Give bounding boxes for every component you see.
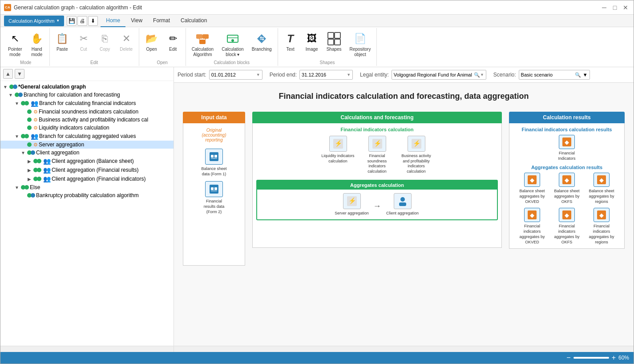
tree-item-bankruptcy[interactable]: Bankruptcy probability calculation algor… xyxy=(0,191,174,199)
ribbon-toolbar: ↖ Pointermode ✋ Handmode Mode 📋 Paste ✂ xyxy=(0,27,634,67)
minimize-button[interactable]: ─ xyxy=(600,3,609,12)
pointer-mode-button[interactable]: ↖ Pointermode xyxy=(5,29,25,59)
save-icon[interactable]: 💾 xyxy=(67,16,77,26)
open-label: Open xyxy=(146,47,157,52)
calculation-block-button[interactable]: Calculationblock ▾ xyxy=(218,29,246,59)
calc-algorithm-dropdown[interactable]: Calculation Algorithm ▼ xyxy=(4,16,64,26)
tree-root[interactable]: ▼ *General calculation graph xyxy=(0,83,174,91)
edit-button[interactable]: ✏ Edit xyxy=(163,29,183,54)
copy-button[interactable]: ⎘ Copy xyxy=(95,29,115,54)
branching-button[interactable]: ⇆ Branching xyxy=(249,29,275,54)
dot-ba xyxy=(27,117,32,122)
cut-button[interactable]: ✂ Cut xyxy=(74,29,93,54)
canvas-area[interactable]: Financial indicators calculation and for… xyxy=(174,83,634,346)
zoom-plus-button[interactable]: + xyxy=(612,354,616,362)
diagram: Input data Original(accounting)reporting… xyxy=(183,112,625,266)
balance-regions-icon: ◆ xyxy=(594,173,610,187)
delete-icon: ✕ xyxy=(122,31,130,47)
svg-text:◆: ◆ xyxy=(599,212,604,218)
balance-sheet-node: Balance sheetdata (Form 1) xyxy=(196,149,232,177)
print-icon[interactable]: 🖨 xyxy=(77,16,87,26)
shapes-group: T Text 🖼 Image xyxy=(278,28,377,66)
client-financial-indicators-label: Client aggregation (Financial indicators… xyxy=(52,176,172,182)
repository-button[interactable]: 📄 Repositoryobject xyxy=(347,29,374,59)
calculation-algorithm-button[interactable]: CalculationAlgorithm xyxy=(189,29,217,59)
tree-item-liquidity[interactable]: ⚙ Liquidity indicators calculation xyxy=(0,124,174,132)
period-start-value: 01.01.2012 xyxy=(211,72,236,77)
tab-home[interactable]: Home xyxy=(101,15,125,27)
period-start-arrow-icon: ▼ xyxy=(256,73,260,77)
tab-calculation[interactable]: Calculation xyxy=(175,15,212,27)
cb-icon: 👥 xyxy=(43,158,51,165)
branch-financial-label: Branch for calculating financial indicat… xyxy=(39,100,172,106)
left-panel-scrollbar[interactable] xyxy=(0,346,174,352)
tree-item-else[interactable]: ▼ Else xyxy=(0,183,174,191)
server-aggregation-label: Server aggregation xyxy=(39,142,172,148)
tree-item-client-financial-indicators[interactable]: ▶ 👥 Client aggregation (Financial indica… xyxy=(0,174,174,183)
nav-down-button[interactable]: ▼ xyxy=(15,69,24,79)
financial-calc-sublabel: Financial indicators calculation xyxy=(256,127,498,132)
dropdown-arrow-icon: ▼ xyxy=(56,19,60,23)
tree-item-business-activity[interactable]: ⚙ Business activity and profitability in… xyxy=(0,116,174,124)
period-end-select[interactable]: 31.12.2016 ▼ xyxy=(299,70,353,80)
financial-aggregate-result-nodes: ◆ Financial indicators aggregates by OKV… xyxy=(513,208,621,245)
delete-button[interactable]: ✕ Delete xyxy=(117,29,136,54)
tree-item-server-aggregation[interactable]: ⚙ Server aggregation xyxy=(0,141,174,149)
dot-b2 xyxy=(18,93,23,97)
period-start-select[interactable]: 01.01.2012 ▼ xyxy=(209,70,262,80)
open-button[interactable]: 📂 Open xyxy=(142,29,162,54)
nav-up-button[interactable]: ▲ xyxy=(3,69,13,79)
paste-button[interactable]: 📋 Paste xyxy=(52,29,72,54)
zoom-minus-button[interactable]: − xyxy=(566,354,570,362)
input-body: Original(accounting)reporting Balance sh… xyxy=(183,123,245,266)
balance-okved-icon: ◆ xyxy=(524,173,540,187)
text-button[interactable]: T Text xyxy=(281,29,300,54)
hand-label: Handmode xyxy=(31,47,42,57)
tree-view: ▼ *General calculation graph ▼ Branching… xyxy=(0,81,174,346)
zoom-level-label: 60% xyxy=(618,355,629,361)
cfr-expander: ▶ xyxy=(26,168,32,173)
aggregates-header: Aggregates calculation xyxy=(257,181,497,190)
tree-item-client-aggregation[interactable]: ▼ Client aggregation xyxy=(0,149,174,157)
soundness-icon: ⚡ xyxy=(368,136,386,152)
maximize-button[interactable]: □ xyxy=(610,3,619,12)
scenario-search[interactable]: Basic scenario 🔍 ▼ xyxy=(519,70,590,80)
soundness-node-label: Financial soundness indicators calculati… xyxy=(359,154,395,174)
repository-icon: 📄 xyxy=(354,31,366,47)
main-area: ▲ ▼ ▼ *General calculation graph ▼ Branc… xyxy=(0,67,634,352)
balance-okved-node: ◆ Balance sheet aggregates by OKVED xyxy=(516,173,548,204)
svg-text:◆: ◆ xyxy=(565,177,569,183)
branching-icon: ⇆ xyxy=(254,31,270,47)
liquidity-node-label: Liquidity indicators calculation xyxy=(320,154,356,164)
tab-view[interactable]: View xyxy=(125,15,148,27)
mode-group: ↖ Pointermode ✋ Handmode Mode xyxy=(2,28,50,66)
close-button[interactable]: ✕ xyxy=(621,3,630,12)
hand-mode-button[interactable]: ✋ Handmode xyxy=(27,29,47,59)
tree-item-financial-soundness[interactable]: ⚙ Financial soundness indicators calcula… xyxy=(0,108,174,116)
legal-entity-group: Legal entity: Volgograd Regional Fund fo… xyxy=(360,70,486,80)
horizontal-scrollbar[interactable] xyxy=(174,346,634,352)
tree-item-client-balance[interactable]: ▶ 👥 Client aggregation (Balance sheet) xyxy=(0,157,174,166)
results-body: Financial indicators calculation results… xyxy=(509,123,625,249)
tree-item-client-financial-results[interactable]: ▶ 👥 Client aggregation (Financial result… xyxy=(0,166,174,174)
svg-rect-15 xyxy=(214,155,217,158)
zoom-slider[interactable] xyxy=(573,357,609,359)
financial-indicators-result-icon: ◆ xyxy=(559,135,575,149)
tree-item-branch-financial[interactable]: ▼ 👥 Branch for calculating financial ind… xyxy=(0,99,174,108)
scenario-group: Scenario: Basic scenario 🔍 ▼ xyxy=(493,70,590,80)
legal-entity-search-icon: 🔍 xyxy=(474,72,480,78)
tree-item-branching[interactable]: ▼ Branching for calculation and forecast… xyxy=(0,91,174,99)
bk-expander xyxy=(20,193,26,198)
tree-item-branch-aggregated[interactable]: ▼ 👥 Branch for calculating aggregated va… xyxy=(0,132,174,141)
tab-format[interactable]: Format xyxy=(148,15,175,27)
svg-text:⚡: ⚡ xyxy=(348,197,356,205)
shapes-button[interactable]: Shapes xyxy=(323,29,345,54)
open-items: 📂 Open ✏ Edit xyxy=(142,29,183,59)
legal-entity-select[interactable]: Volgograd Regional Fund for Animal 🔍 ▼ xyxy=(392,70,486,80)
financial-results-section-label: Financial indicators calculation results xyxy=(513,127,621,132)
image-button[interactable]: 🖼 Image xyxy=(302,29,322,54)
svg-text:◆: ◆ xyxy=(530,177,534,183)
export-icon[interactable]: ⬇ xyxy=(88,16,98,26)
branching-label: Branching for calculation and forecastin… xyxy=(24,92,172,98)
agg-expander: ▼ xyxy=(14,134,20,139)
